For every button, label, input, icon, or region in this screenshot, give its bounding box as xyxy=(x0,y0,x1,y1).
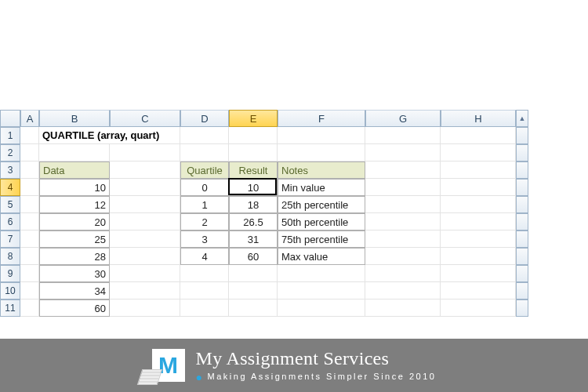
col-header-H[interactable]: H xyxy=(441,110,516,127)
data-value[interactable]: 25 xyxy=(39,230,110,248)
cell[interactable] xyxy=(441,299,516,317)
data-header[interactable]: Data xyxy=(39,162,110,179)
cell[interactable] xyxy=(441,127,516,144)
row-header[interactable]: 3 xyxy=(0,162,20,179)
select-all-corner[interactable] xyxy=(0,110,20,127)
cell[interactable] xyxy=(20,299,39,317)
scrollbar-track[interactable] xyxy=(516,282,528,299)
data-value[interactable]: 28 xyxy=(39,248,110,265)
col-header-B[interactable]: B xyxy=(39,110,110,127)
cell[interactable] xyxy=(365,265,441,282)
cell[interactable] xyxy=(180,299,229,317)
cell[interactable] xyxy=(278,265,365,282)
cell[interactable] xyxy=(441,265,516,282)
grid[interactable]: A B C D E F G H ▲ 1 QUARTILE (array, qua… xyxy=(0,110,588,317)
cell[interactable] xyxy=(110,179,180,196)
cell[interactable] xyxy=(229,282,278,299)
col-header-A[interactable]: A xyxy=(20,110,39,127)
cell[interactable] xyxy=(20,248,39,265)
cell[interactable] xyxy=(110,196,180,213)
col-header-E[interactable]: E xyxy=(229,110,278,127)
row-header[interactable]: 9 xyxy=(0,265,20,282)
cell[interactable] xyxy=(365,179,441,196)
row-header[interactable]: 5 xyxy=(0,196,20,213)
formula-title[interactable]: QUARTILE (array, quart) xyxy=(39,127,180,144)
result-header[interactable]: Result xyxy=(229,162,278,179)
cell[interactable] xyxy=(278,127,365,144)
cell[interactable] xyxy=(180,265,229,282)
scrollbar-track[interactable] xyxy=(516,213,528,230)
cell[interactable] xyxy=(441,282,516,299)
row-header[interactable]: 11 xyxy=(0,299,20,317)
scrollbar-track[interactable] xyxy=(516,230,528,248)
cell[interactable] xyxy=(365,299,441,317)
quartile-value[interactable]: 3 xyxy=(180,230,229,248)
notes-header[interactable]: Notes xyxy=(278,162,365,179)
scrollbar-track[interactable] xyxy=(516,162,528,179)
quartile-header[interactable]: Quartile xyxy=(180,162,229,179)
cell[interactable] xyxy=(20,179,39,196)
cell[interactable] xyxy=(365,127,441,144)
cell[interactable] xyxy=(180,144,229,162)
scrollbar-track[interactable] xyxy=(516,248,528,265)
cell[interactable] xyxy=(180,127,229,144)
row-header[interactable]: 4 xyxy=(0,179,20,196)
cell[interactable] xyxy=(278,282,365,299)
cell[interactable] xyxy=(365,196,441,213)
row-header[interactable]: 7 xyxy=(0,230,20,248)
col-header-G[interactable]: G xyxy=(365,110,441,127)
row-header[interactable]: 2 xyxy=(0,144,20,162)
cell[interactable] xyxy=(110,282,180,299)
cell[interactable] xyxy=(365,282,441,299)
cell[interactable] xyxy=(110,248,180,265)
row-header[interactable]: 8 xyxy=(0,248,20,265)
notes-value[interactable]: 25th percentile xyxy=(278,196,365,213)
cell[interactable] xyxy=(180,282,229,299)
cell[interactable] xyxy=(110,144,180,162)
data-value[interactable]: 60 xyxy=(39,299,110,317)
cell[interactable] xyxy=(20,144,39,162)
notes-value[interactable]: 50th percentile xyxy=(278,213,365,230)
result-value[interactable]: 18 xyxy=(229,196,278,213)
cell[interactable] xyxy=(20,196,39,213)
quartile-value[interactable]: 4 xyxy=(180,248,229,265)
cell[interactable] xyxy=(229,299,278,317)
scrollbar-track[interactable] xyxy=(516,299,528,317)
result-value[interactable]: 26.5 xyxy=(229,213,278,230)
cell[interactable] xyxy=(20,213,39,230)
cell[interactable] xyxy=(20,230,39,248)
data-value[interactable]: 30 xyxy=(39,265,110,282)
cell[interactable] xyxy=(20,127,39,144)
cell[interactable] xyxy=(365,162,441,179)
cell[interactable] xyxy=(365,248,441,265)
cell[interactable] xyxy=(441,196,516,213)
notes-value[interactable]: Min value xyxy=(278,179,365,196)
cell[interactable] xyxy=(110,162,180,179)
row-header[interactable]: 10 xyxy=(0,282,20,299)
scrollbar-track[interactable] xyxy=(516,179,528,196)
cell[interactable] xyxy=(441,213,516,230)
cell[interactable] xyxy=(365,144,441,162)
cell[interactable] xyxy=(20,282,39,299)
cell[interactable] xyxy=(441,162,516,179)
cell[interactable] xyxy=(229,127,278,144)
quartile-value[interactable]: 2 xyxy=(180,213,229,230)
scrollbar-track[interactable] xyxy=(516,144,528,162)
data-value[interactable]: 34 xyxy=(39,282,110,299)
col-header-C[interactable]: C xyxy=(110,110,180,127)
cell[interactable] xyxy=(20,265,39,282)
notes-value[interactable]: 75th percentile xyxy=(278,230,365,248)
cell[interactable] xyxy=(441,179,516,196)
data-value[interactable]: 20 xyxy=(39,213,110,230)
col-header-F[interactable]: F xyxy=(278,110,365,127)
col-header-D[interactable]: D xyxy=(180,110,229,127)
row-header[interactable]: 1 xyxy=(0,127,20,144)
cell[interactable] xyxy=(110,299,180,317)
result-value[interactable]: 10 xyxy=(229,179,278,196)
row-header[interactable]: 6 xyxy=(0,213,20,230)
quartile-value[interactable]: 1 xyxy=(180,196,229,213)
result-value[interactable]: 31 xyxy=(229,230,278,248)
cell[interactable] xyxy=(365,213,441,230)
cell[interactable] xyxy=(441,144,516,162)
cell[interactable] xyxy=(365,230,441,248)
